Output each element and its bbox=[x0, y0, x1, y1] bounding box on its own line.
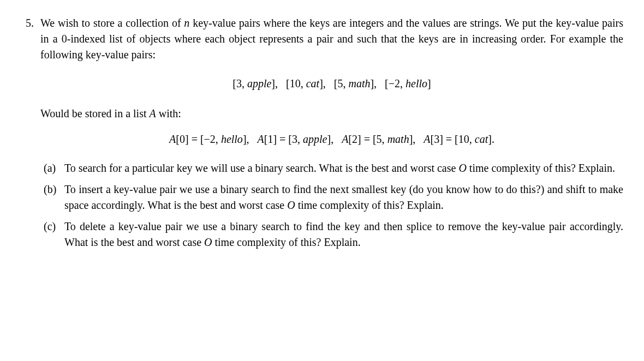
big-o: O bbox=[458, 162, 466, 174]
part-a-body: To search for a particular key we will u… bbox=[64, 160, 623, 176]
sub-parts: (a) To search for a particular key we wi… bbox=[40, 160, 623, 250]
part-c-post: time complexity of this? Explain. bbox=[212, 236, 361, 248]
mid-line-post: with: bbox=[156, 107, 181, 119]
problem-number: 5. bbox=[21, 15, 40, 31]
big-o: O bbox=[287, 199, 295, 211]
part-b-body: To insert a key-value pair we use a bina… bbox=[64, 182, 623, 213]
part-a-label: (a) bbox=[44, 160, 64, 176]
part-b-post: time complexity of this? Explain. bbox=[295, 199, 444, 211]
part-b-label: (b) bbox=[44, 182, 64, 197]
part-a-post: time complexity of this? Explain. bbox=[467, 162, 615, 174]
problem-body: We wish to store a collection of n key-v… bbox=[40, 15, 623, 256]
mid-line-pre: Would be stored in a list bbox=[40, 107, 149, 119]
part-b: (b) To insert a key-value pair we use a … bbox=[44, 182, 623, 213]
part-c-body: To delete a key-value pair we use a bina… bbox=[64, 219, 623, 250]
intro-var-n: n bbox=[184, 17, 189, 29]
pairs-display: [3, apple], [10, cat], [5, math], [−2, h… bbox=[40, 76, 623, 92]
part-a-pre: To search for a particular key we will u… bbox=[64, 162, 458, 174]
part-c: (c) To delete a key-value pair we use a … bbox=[44, 219, 623, 250]
intro-text-pre: We wish to store a collection of bbox=[40, 17, 184, 29]
problem-5: 5. We wish to store a collection of n ke… bbox=[21, 15, 623, 256]
mid-line-var: A bbox=[149, 107, 156, 119]
mid-line: Would be stored in a list A with: bbox=[40, 106, 623, 122]
part-a: (a) To search for a particular key we wi… bbox=[44, 160, 623, 176]
big-o: O bbox=[204, 236, 212, 248]
sorted-display: A[0] = [−2, hello], A[1] = [3, apple], A… bbox=[40, 131, 623, 147]
part-c-label: (c) bbox=[44, 219, 64, 234]
problem-intro: We wish to store a collection of n key-v… bbox=[40, 15, 623, 63]
